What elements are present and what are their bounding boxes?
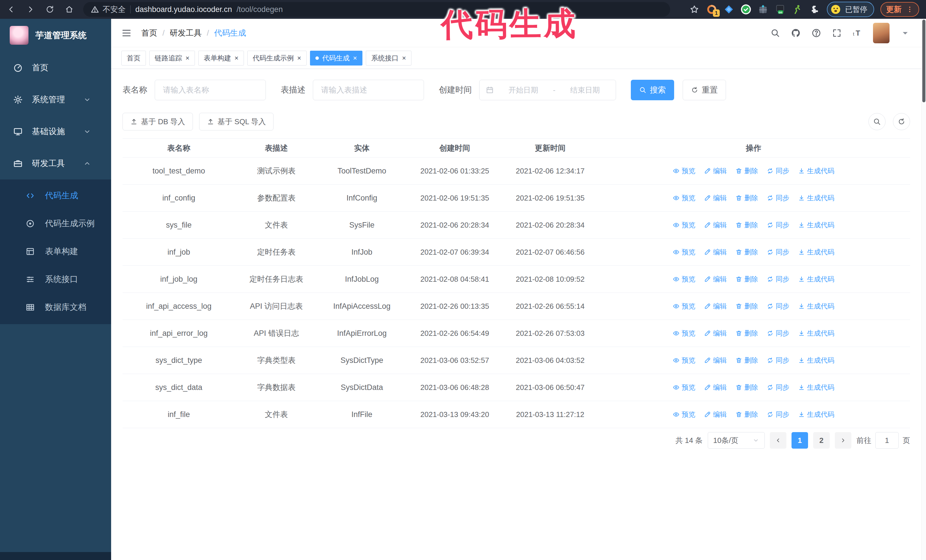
action-generate[interactable]: 生成代码 (798, 300, 835, 313)
action-sync[interactable]: 同步 (767, 165, 790, 177)
action-preview[interactable]: 预览 (673, 381, 696, 394)
user-avatar[interactable] (873, 23, 890, 43)
action-edit[interactable]: 编辑 (704, 219, 727, 232)
action-edit[interactable]: 编辑 (704, 354, 727, 367)
table-desc-input[interactable] (313, 80, 424, 100)
fullscreen-button[interactable] (832, 28, 842, 38)
ext-gem-extension[interactable] (723, 3, 735, 16)
question-button[interactable] (811, 28, 821, 38)
reload-button[interactable] (45, 5, 54, 14)
action-sync[interactable]: 同步 (767, 273, 790, 286)
security-chip[interactable]: 不安全 (91, 4, 126, 15)
search-button[interactable]: 搜索 (631, 80, 674, 100)
page-button-1[interactable]: 1 (791, 432, 808, 448)
tab-close-icon[interactable]: × (235, 55, 239, 62)
tab-close-icon[interactable]: × (186, 55, 189, 62)
action-edit[interactable]: 编辑 (704, 300, 727, 313)
action-preview[interactable]: 预览 (673, 354, 696, 367)
action-delete[interactable]: 删除 (735, 381, 758, 394)
action-edit[interactable]: 编辑 (704, 246, 727, 259)
home-button[interactable] (65, 5, 74, 14)
tab-form-builder[interactable]: 表单构建× (198, 51, 244, 65)
back-button[interactable] (7, 5, 15, 14)
tab-codegen-example[interactable]: 代码生成示例× (247, 51, 307, 65)
prev-page-button[interactable] (770, 432, 787, 448)
hamburger-toggle[interactable] (121, 28, 132, 38)
ext-orange-extension[interactable]: 1 (705, 3, 718, 16)
action-delete[interactable]: 删除 (735, 300, 758, 313)
tab-close-icon[interactable]: × (402, 55, 406, 62)
action-generate[interactable]: 生成代码 (798, 165, 835, 177)
table-name-input[interactable] (155, 80, 266, 100)
sidebar-subitem-db-doc[interactable]: 数据库文档 (0, 293, 111, 321)
date-end-placeholder[interactable]: 结束日期 (560, 85, 610, 95)
action-preview[interactable]: 预览 (673, 165, 696, 177)
refresh-list-button[interactable] (893, 113, 910, 130)
import-db-button[interactable]: 基于 DB 导入 (123, 113, 193, 130)
action-generate[interactable]: 生成代码 (798, 219, 835, 232)
action-preview[interactable]: 预览 (673, 327, 696, 340)
action-delete[interactable]: 删除 (735, 246, 758, 259)
next-page-button[interactable] (835, 432, 851, 448)
tab-system-api[interactable]: 系统接口× (366, 51, 412, 65)
ext-grid-extension[interactable] (757, 3, 769, 16)
address-bar[interactable]: 不安全 dashboard.yudao.iocoder.cn/tool/code… (83, 2, 670, 17)
action-sync[interactable]: 同步 (767, 219, 790, 232)
sidebar-item-home[interactable]: 首页 (0, 52, 111, 84)
action-generate[interactable]: 生成代码 (798, 273, 835, 286)
sidebar-subitem-codegen[interactable]: 代码生成 (0, 182, 111, 210)
import-sql-button[interactable]: 基于 SQL 导入 (199, 113, 274, 130)
github-button[interactable] (791, 28, 800, 38)
reset-button[interactable]: 重置 (683, 80, 726, 100)
action-generate[interactable]: 生成代码 (798, 381, 835, 394)
sidebar-collapse-bar[interactable] (0, 552, 111, 560)
profile-paused-chip[interactable]: 已暂停 (827, 2, 874, 17)
tab-trace[interactable]: 链路追踪× (149, 51, 195, 65)
sidebar-subitem-system-api[interactable]: 系统接口 (0, 266, 111, 293)
tab-close-icon[interactable]: × (353, 55, 357, 62)
action-sync[interactable]: 同步 (767, 354, 790, 367)
action-generate[interactable]: 生成代码 (798, 408, 835, 421)
action-preview[interactable]: 预览 (673, 246, 696, 259)
ext-puzzle-extension[interactable] (808, 3, 820, 16)
sidebar-item-dev-tools[interactable]: 研发工具 (0, 148, 111, 180)
browser-update-button[interactable]: 更新 (881, 2, 919, 17)
goto-page-input[interactable] (875, 432, 899, 448)
date-start-placeholder[interactable]: 开始日期 (499, 85, 548, 95)
action-delete[interactable]: 删除 (735, 219, 758, 232)
caret-down-icon[interactable] (900, 28, 910, 38)
action-delete[interactable]: 删除 (735, 273, 758, 286)
sidebar-item-system-admin[interactable]: 系统管理 (0, 84, 111, 116)
ext-check-extension[interactable] (740, 3, 752, 16)
breadcrumb-item[interactable]: 研发工具 (170, 28, 202, 38)
sidebar-subitem-form-builder[interactable]: 表单构建 (0, 237, 111, 266)
action-preview[interactable]: 预览 (673, 300, 696, 313)
action-preview[interactable]: 预览 (673, 408, 696, 421)
action-preview[interactable]: 预览 (673, 219, 696, 232)
more-vert-icon[interactable] (906, 6, 914, 13)
action-sync[interactable]: 同步 (767, 408, 790, 421)
action-generate[interactable]: 生成代码 (798, 327, 835, 340)
scrollbar-thumb[interactable] (922, 20, 925, 102)
tab-codegen[interactable]: 代码生成× (310, 51, 362, 65)
action-sync[interactable]: 同步 (767, 246, 790, 259)
action-edit[interactable]: 编辑 (704, 273, 727, 286)
action-preview[interactable]: 预览 (673, 273, 696, 286)
action-delete[interactable]: 删除 (735, 192, 758, 205)
action-generate[interactable]: 生成代码 (798, 246, 835, 259)
ext-dark-extension[interactable]: on (774, 3, 787, 16)
fontsize-button[interactable]: tT (852, 28, 862, 38)
tab-home[interactable]: 首页 (121, 51, 146, 65)
forward-button[interactable] (26, 5, 35, 14)
toggle-search-button[interactable] (869, 113, 885, 130)
page-scrollbar[interactable] (921, 19, 926, 560)
page-size-select[interactable]: 10条/页 (708, 432, 765, 448)
sidebar-subitem-codegen-example[interactable]: 代码生成示例 (0, 210, 111, 237)
app-logo[interactable]: 芋道管理系统 (0, 19, 111, 52)
action-edit[interactable]: 编辑 (704, 408, 727, 421)
action-sync[interactable]: 同步 (767, 381, 790, 394)
ext-green-extension[interactable] (791, 3, 803, 16)
action-generate[interactable]: 生成代码 (798, 192, 835, 205)
date-range-picker[interactable]: 开始日期 - 结束日期 (479, 80, 616, 100)
search-button[interactable] (770, 28, 780, 38)
